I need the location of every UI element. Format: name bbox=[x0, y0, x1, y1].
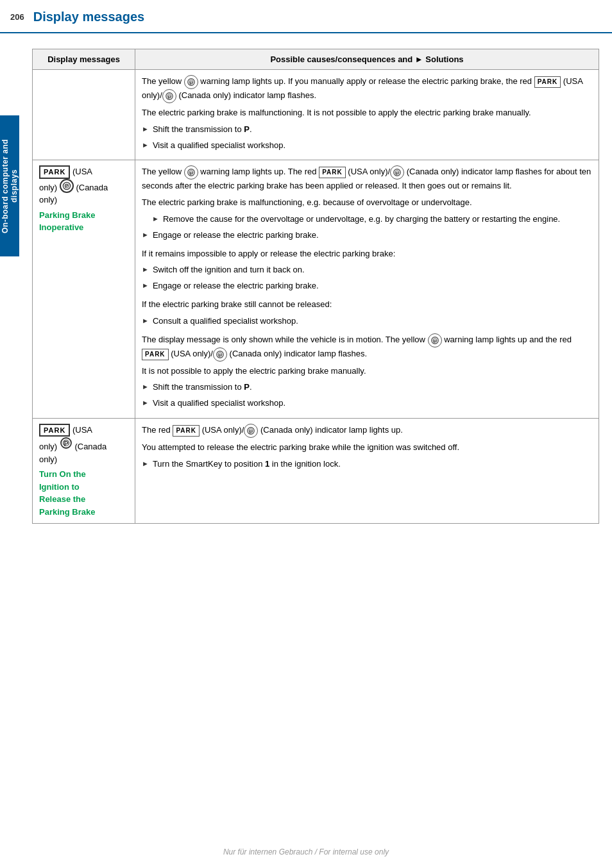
solution-arrow-item: ► Engage or release the electric parking… bbox=[142, 229, 592, 242]
solution-text: Shift the transmission to P. bbox=[153, 123, 592, 137]
solution-text: Engage or release the electric parking b… bbox=[153, 280, 592, 293]
solution-arrow-item: ► Consult a qualified specialist worksho… bbox=[142, 315, 592, 328]
solution-arrow-item: ► Shift the transmission to P. bbox=[142, 381, 592, 394]
sol-para: If it remains impossible to apply or rel… bbox=[142, 247, 592, 261]
park-inline4: PARK bbox=[173, 425, 200, 437]
only-label: only) bbox=[39, 194, 128, 206]
usa-label3: (USA bbox=[72, 425, 92, 435]
arrow-icon: ► bbox=[152, 213, 159, 225]
park-badge3: PARK bbox=[39, 424, 70, 437]
doc-table: Display messages Possible causes/consequ… bbox=[32, 49, 599, 524]
col2-header-text: Possible causes/consequences and ► Solut… bbox=[270, 54, 463, 64]
arrow-icon: ► bbox=[142, 280, 149, 292]
only-line: only) P (Canada bbox=[39, 179, 128, 194]
solution-text: Remove the cause for the overvoltage or … bbox=[163, 213, 592, 226]
solution-text: Consult a qualified specialist workshop. bbox=[153, 315, 592, 328]
solution-arrow-item: ► Shift the transmission to P. bbox=[142, 123, 592, 137]
usa-label: (USA bbox=[72, 167, 92, 176]
sol-para: The electric parking brake is malfunctio… bbox=[142, 196, 592, 210]
p-circle-icon3: P bbox=[60, 437, 72, 449]
display-msg-cell-1 bbox=[33, 70, 135, 160]
message-name: Parking BrakeInoperative bbox=[39, 209, 128, 234]
sol-para: If the electric parking brake still cann… bbox=[142, 298, 592, 312]
yellow-warning-icon2: P bbox=[184, 165, 198, 179]
solution-arrow-item: ► Turn the SmartKey to position 1 in the… bbox=[142, 458, 592, 471]
solution-arrow-item: ► Switch off the ignition and turn it ba… bbox=[142, 263, 592, 277]
solution-text: Engage or release the electric parking b… bbox=[153, 229, 592, 242]
solutions-cell-3: The red PARK (USA only)/P (Canada only) … bbox=[135, 418, 599, 524]
p-circle-icon: P bbox=[60, 179, 74, 193]
arrow-icon: ► bbox=[142, 264, 149, 276]
side-tab: On-board computer and displays bbox=[0, 115, 19, 256]
arrow-icon: ► bbox=[142, 381, 149, 393]
p-icon-inline2: P bbox=[390, 165, 404, 179]
arrow-icon: ► bbox=[142, 458, 149, 470]
arrow-icon: ► bbox=[142, 315, 149, 327]
solutions-cell-2: The yellow P warning lamp lights up. The… bbox=[135, 160, 599, 419]
footer-text: Nur für internen Gebrauch / For internal… bbox=[223, 847, 389, 856]
park-badge-cell3: PARK (USA bbox=[39, 424, 128, 437]
solution-text: Visit a qualified specialist workshop. bbox=[153, 139, 592, 153]
solution-text: Shift the transmission to P. bbox=[153, 381, 592, 394]
main-content: Display messages Possible causes/consequ… bbox=[19, 33, 612, 537]
page-number: 206 bbox=[10, 12, 24, 22]
display-msg-cell-2: PARK (USA only) P (Canada only) Parking … bbox=[33, 160, 135, 419]
sol-para: The red PARK (USA only)/P (Canada only) … bbox=[142, 424, 592, 438]
table-row: The yellow P warning lamp lights up. If … bbox=[33, 70, 599, 160]
park-badge-inline: PARK bbox=[534, 76, 561, 88]
sol-para: The yellow P warning lamp lights up. If … bbox=[142, 75, 592, 103]
col-display-header: Display messages bbox=[33, 49, 135, 70]
sol-para: It is not possible to apply the electric… bbox=[142, 365, 592, 378]
arrow-icon: ► bbox=[142, 230, 149, 241]
p-icon-inline: P bbox=[162, 89, 176, 103]
table-header-row: Display messages Possible causes/consequ… bbox=[33, 49, 599, 70]
sol-para: The yellow P warning lamp lights up. The… bbox=[142, 165, 592, 193]
page-header: 206 Display messages bbox=[0, 0, 612, 33]
footer: Nur für internen Gebrauch / For internal… bbox=[0, 847, 612, 856]
display-msg-cell-3: PARK (USA only) P (Canada only) Turn On … bbox=[33, 418, 135, 524]
solution-text: Turn the SmartKey to position 1 in the i… bbox=[153, 458, 592, 471]
park-inline2: PARK bbox=[319, 167, 346, 178]
yellow-warning-icon: P bbox=[184, 75, 198, 89]
sol-para: The display message is only shown while … bbox=[142, 333, 592, 362]
park-badge: PARK bbox=[39, 165, 70, 179]
page-title: Display messages bbox=[33, 10, 144, 24]
table-row: PARK (USA only) P (Canada only) Turn On … bbox=[33, 418, 599, 524]
solution-arrow-item: ► Engage or release the electric parking… bbox=[142, 280, 592, 293]
message-name3: Turn On theIgnition toRelease theParking… bbox=[39, 468, 128, 518]
park-badge-cell: PARK (USA bbox=[39, 165, 128, 179]
solution-text: Visit a qualified specialist workshop. bbox=[153, 397, 592, 410]
sol-para: The electric parking brake is malfunctio… bbox=[142, 106, 592, 120]
only-line3: only) P (Canada bbox=[39, 437, 128, 453]
col-solutions-header: Possible causes/consequences and ► Solut… bbox=[135, 49, 599, 70]
solutions-cell-1: The yellow P warning lamp lights up. If … bbox=[135, 70, 599, 160]
sol-para: You attempted to release the electric pa… bbox=[142, 441, 592, 455]
p-icon-inline4: P bbox=[244, 424, 258, 438]
arrow-icon: ► bbox=[142, 140, 149, 151]
table-row: PARK (USA only) P (Canada only) Parking … bbox=[33, 160, 599, 419]
park-inline3: PARK bbox=[142, 349, 169, 360]
solution-arrow-item: ► Visit a qualified specialist workshop. bbox=[142, 139, 592, 153]
solution-arrow-item: ► Visit a qualified specialist workshop. bbox=[142, 397, 592, 410]
solution-text: Switch off the ignition and turn it back… bbox=[153, 263, 592, 277]
p-icon-inline3: P bbox=[213, 347, 227, 362]
solution-arrow-item: ► Remove the cause for the overvoltage o… bbox=[142, 213, 592, 226]
only-label3: only) bbox=[39, 453, 128, 466]
arrow-icon: ► bbox=[142, 397, 149, 409]
arrow-icon: ► bbox=[142, 124, 149, 135]
yellow-warning-icon3: P bbox=[428, 333, 442, 347]
side-tab-label: On-board computer and displays bbox=[1, 123, 19, 249]
